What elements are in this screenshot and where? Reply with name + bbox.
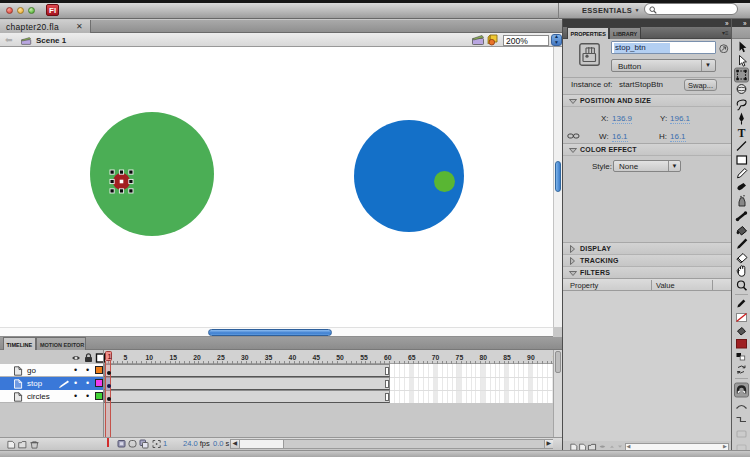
svg-text:T: T (738, 127, 746, 139)
